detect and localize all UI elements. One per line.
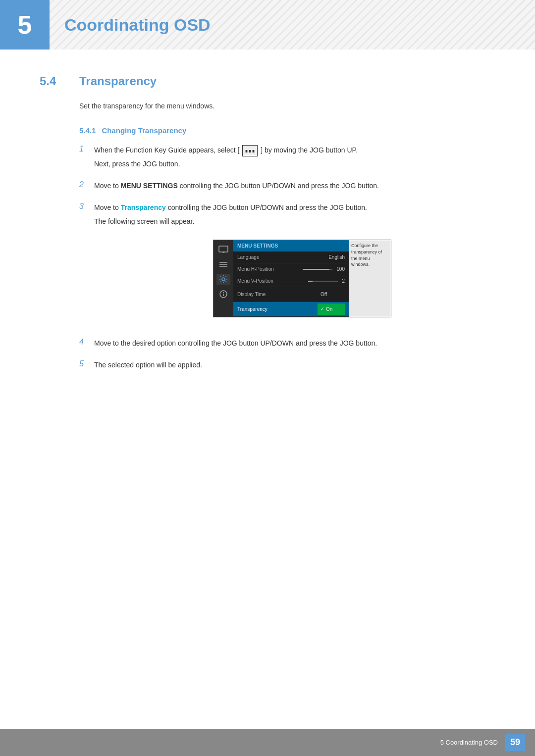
step-3-number: 3 (79, 202, 94, 211)
osd-sidebar (214, 240, 233, 317)
step-3: 3 Move to Transparency controlling the J… (79, 202, 495, 330)
osd-menu-panel: MENU SETTINGS Language English Menu H-Po… (233, 240, 349, 317)
subsection-heading: Changing Transparency (102, 126, 186, 135)
page-footer: 5 Coordinating OSD 59 (0, 729, 535, 756)
section-heading: Transparency (79, 74, 157, 88)
svg-point-6 (222, 278, 225, 281)
osd-menu-header: MENU SETTINGS (233, 240, 349, 252)
subsection-number: 5.4.1 (79, 126, 96, 135)
osd-icon-menu (216, 259, 230, 270)
osd-menu-display-time: Display Time Off (233, 287, 349, 302)
step-5-number: 5 (79, 359, 94, 368)
step-2: 2 Move to MENU SETTINGS controlling the … (79, 180, 495, 194)
osd-icon-info (216, 289, 230, 300)
subsection-title: 5.4.1 Changing Transparency (79, 126, 495, 135)
steps-list: 1 When the Function Key Guide appears, s… (79, 145, 495, 373)
osd-icon-display (216, 244, 230, 255)
section-description: Set the transparency for the menu window… (79, 101, 495, 111)
step-4-content: Move to the desired option controlling t… (94, 338, 495, 352)
step-5-content: The selected option will be applied. (94, 359, 495, 373)
chapter-header: 5 Coordinating OSD (0, 0, 535, 50)
step-1-number: 1 (79, 145, 94, 153)
step-4: 4 Move to the desired option controlling… (79, 338, 495, 352)
osd-icon-settings (216, 274, 230, 285)
step-3-content: Move to Transparency controlling the JOG… (94, 202, 495, 330)
osd-tooltip: Configure the transparency of the menu w… (349, 240, 391, 317)
footer-label: 5 Coordinating OSD (440, 739, 498, 746)
section-number: 5.4 (40, 74, 69, 88)
osd-submenu-on: ✓ On (318, 303, 345, 315)
step-2-number: 2 (79, 180, 94, 189)
osd-menu-transparency: Transparency ✓ On (233, 302, 349, 317)
osd-menu-language: Language English (233, 252, 349, 263)
function-key-icon: ∎∎∎ (242, 145, 258, 156)
svg-point-9 (223, 292, 224, 293)
footer-page-number: 59 (505, 734, 525, 751)
step-4-number: 4 (79, 338, 94, 347)
step-1: 1 When the Function Key Guide appears, s… (79, 145, 495, 172)
section-title: 5.4 Transparency (40, 74, 495, 88)
osd-menu-h-position: Menu H-Position 100 (233, 263, 349, 275)
main-content: 5.4 Transparency Set the transparency fo… (0, 50, 535, 421)
step-5: 5 The selected option will be applied. (79, 359, 495, 373)
chapter-number: 5 (0, 0, 50, 50)
step-1-content: When the Function Key Guide appears, sel… (94, 145, 495, 172)
step-2-content: Move to MENU SETTINGS controlling the JO… (94, 180, 495, 194)
osd-menu-v-position: Menu V-Position 2 (233, 275, 349, 287)
osd-screenshot: MENU SETTINGS Language English Menu H-Po… (109, 240, 495, 317)
osd-screen: MENU SETTINGS Language English Menu H-Po… (213, 240, 391, 317)
chapter-title: Coordinating OSD (64, 15, 211, 35)
svg-rect-0 (219, 246, 228, 252)
osd-submenu-off: Off (318, 289, 345, 300)
